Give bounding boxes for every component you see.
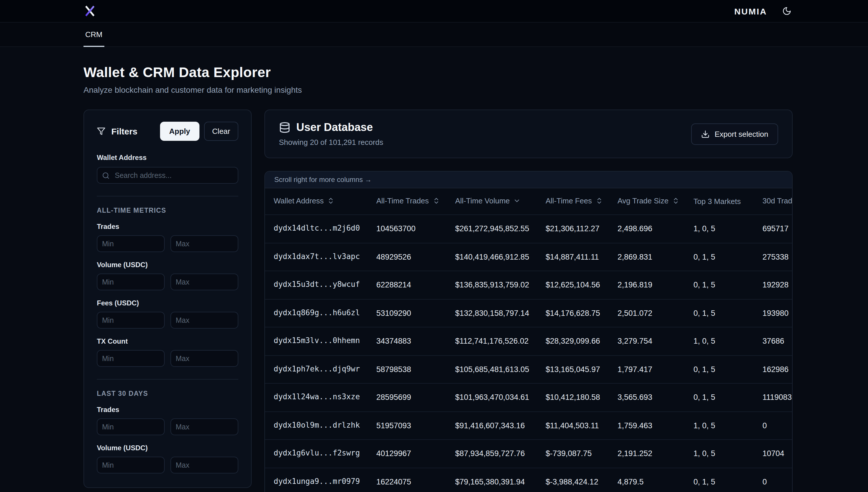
top-markets-cell: 0, 1, 5 xyxy=(694,383,763,412)
wallet-cell: dydx1l24wa...ns3xze xyxy=(265,383,376,412)
tx-count-max-input[interactable] xyxy=(170,350,238,367)
trades-min-input[interactable] xyxy=(97,235,165,252)
table-scroll-area[interactable]: Wallet AddressAll-Time TradesAll-Time Vo… xyxy=(265,188,792,492)
volume-usdc-max-input[interactable] xyxy=(170,457,238,473)
apply-button[interactable]: Apply xyxy=(160,122,199,141)
column-header-30d-trades[interactable]: 30d Trades xyxy=(763,188,792,215)
table-row[interactable]: dydx10ol9m...drlzhk51957093$91,416,607,3… xyxy=(265,412,792,440)
x-logo-icon[interactable] xyxy=(83,5,96,17)
fees-cell: $11,404,503.11 xyxy=(546,412,618,440)
table-row[interactable]: dydx14dltc...m2j6d0104563700$261,272,945… xyxy=(265,215,792,243)
avg-trade-size-cell: 2,196.819 xyxy=(618,271,694,299)
filters-header: Filters Apply Clear xyxy=(97,122,238,141)
volume-cell: $140,419,466,912.85 xyxy=(455,243,546,271)
top-markets-cell: 0, 1, 5 xyxy=(694,355,763,383)
minmax-row xyxy=(97,235,238,252)
page-subtitle: Analyze blockchain and customer data for… xyxy=(83,85,793,95)
fees-usdc-max-input[interactable] xyxy=(170,312,238,328)
trades-30d-cell: 0 xyxy=(763,412,792,440)
export-selection-button[interactable]: Export selection xyxy=(691,123,778,145)
main-content: Filters Apply Clear Wallet Address ALL-T… xyxy=(0,95,868,492)
avg-trade-size-cell: 1,797.417 xyxy=(618,355,694,383)
column-label: All-Time Trades xyxy=(376,196,429,205)
top-markets-cell: 1, 0, 5 xyxy=(694,440,763,468)
column-label: All-Time Volume xyxy=(455,196,510,205)
sort-updown-icon xyxy=(672,197,679,206)
volume-cell: $91,416,607,343.16 xyxy=(455,412,546,440)
avg-trade-size-cell: 4,879.5 xyxy=(618,468,694,492)
column-header-all-time-fees[interactable]: All-Time Fees xyxy=(546,188,618,215)
filter-field-all-time-metrics-tx-count: TX Count xyxy=(97,337,238,367)
trades-max-input[interactable] xyxy=(170,235,238,252)
top-markets-cell: 0, 1, 5 xyxy=(694,271,763,299)
minmax-row xyxy=(97,312,238,328)
dark-mode-toggle[interactable] xyxy=(781,5,793,17)
trades-30d-cell: 10704 xyxy=(763,440,792,468)
table-row[interactable]: dydx1l24wa...ns3xze28595699$101,963,470,… xyxy=(265,383,792,412)
filter-field-all-time-metrics-trades: Trades xyxy=(97,223,238,252)
page-title: Wallet & CRM Data Explorer xyxy=(83,64,793,80)
column-header-avg-trade-size[interactable]: Avg Trade Size xyxy=(618,188,694,215)
table-header-row: Wallet AddressAll-Time TradesAll-Time Vo… xyxy=(265,188,792,215)
funnel-icon xyxy=(97,127,105,136)
database-icon xyxy=(279,122,290,133)
wallet-cell: dydx15m3lv...0hhemn xyxy=(265,327,376,355)
table-row[interactable]: dydx15m3lv...0hhemn34374883$112,741,176,… xyxy=(265,327,792,355)
volume-cell: $101,963,470,034.61 xyxy=(455,383,546,412)
top-markets-cell: 1, 0, 5 xyxy=(694,215,763,243)
column-label: Wallet Address xyxy=(274,196,323,205)
table-row[interactable]: dydx1unga9...mr097916224075$79,165,380,3… xyxy=(265,468,792,492)
user-table: Wallet AddressAll-Time TradesAll-Time Vo… xyxy=(265,188,792,492)
tab-crm-label: CRM xyxy=(85,30,102,39)
volume-usdc-min-input[interactable] xyxy=(97,273,165,290)
fees-cell: $10,412,180.58 xyxy=(546,383,618,412)
top-markets-cell: 1, 0, 5 xyxy=(694,412,763,440)
wallet-search-input[interactable] xyxy=(97,167,238,184)
column-label: All-Time Fees xyxy=(546,196,592,205)
trades-cell: 51957093 xyxy=(376,412,455,440)
tab-crm[interactable]: CRM xyxy=(83,23,104,46)
volume-usdc-max-input[interactable] xyxy=(170,273,238,290)
table-row[interactable]: dydx15u3dt...y8wcuf62288214$136,835,913,… xyxy=(265,271,792,299)
volume-cell: $79,165,380,391.94 xyxy=(455,468,546,492)
divider xyxy=(97,196,238,196)
trades-max-input[interactable] xyxy=(170,418,238,435)
minmax-row xyxy=(97,418,238,435)
avg-trade-size-cell: 2,191.252 xyxy=(618,440,694,468)
trades-cell: 58798538 xyxy=(376,355,455,383)
filter-field-all-time-metrics-fees-usdc: Fees (USDC) xyxy=(97,299,238,328)
wallet-cell: dydx1unga9...mr0979 xyxy=(265,468,376,492)
sort-updown-icon xyxy=(327,197,335,206)
data-table-panel: Scroll right for more columns → Wallet A… xyxy=(264,171,793,492)
download-icon xyxy=(701,129,709,138)
trades-cell: 16224075 xyxy=(376,468,455,492)
trades-30d-cell: 695717 xyxy=(763,215,792,243)
table-title: User Database xyxy=(296,121,373,134)
trades-30d-cell: 193980 xyxy=(763,299,792,327)
sort-updown-icon xyxy=(432,197,440,206)
top-markets-cell: 0, 1, 5 xyxy=(694,299,763,327)
trades-30d-cell: 192928 xyxy=(763,271,792,299)
column-label: Top 3 Markets xyxy=(694,197,741,206)
volume-cell: $136,835,913,759.02 xyxy=(455,271,546,299)
fees-usdc-min-input[interactable] xyxy=(97,312,165,328)
column-header-all-time-volume[interactable]: All-Time Volume xyxy=(455,188,546,215)
trades-cell: 28595699 xyxy=(376,383,455,412)
avg-trade-size-cell: 3,279.754 xyxy=(618,327,694,355)
top-bar: NUMIA xyxy=(0,0,868,23)
avg-trade-size-cell: 1,759.463 xyxy=(618,412,694,440)
volume-cell: $105,685,481,613.05 xyxy=(455,355,546,383)
table-row[interactable]: dydx1g6vlu...f2swrg40129967$87,934,859,7… xyxy=(265,440,792,468)
volume-usdc-min-input[interactable] xyxy=(97,457,165,473)
clear-button[interactable]: Clear xyxy=(204,122,238,141)
column-header-wallet-address[interactable]: Wallet Address xyxy=(265,188,376,215)
trades-min-input[interactable] xyxy=(97,418,165,435)
table-row[interactable]: dydx1ph7ek...djq9wr58798538$105,685,481,… xyxy=(265,355,792,383)
column-header-all-time-trades[interactable]: All-Time Trades xyxy=(376,188,455,215)
top-markets-cell: 1, 0, 5 xyxy=(694,327,763,355)
trades-cell: 62288214 xyxy=(376,271,455,299)
table-row[interactable]: dydx1dax7t...lv3apc48929526$140,419,466,… xyxy=(265,243,792,271)
tx-count-min-input[interactable] xyxy=(97,350,165,367)
table-row[interactable]: dydx1q869g...h6u6zl53109290$132,830,158,… xyxy=(265,299,792,327)
export-selection-label: Export selection xyxy=(715,130,768,138)
